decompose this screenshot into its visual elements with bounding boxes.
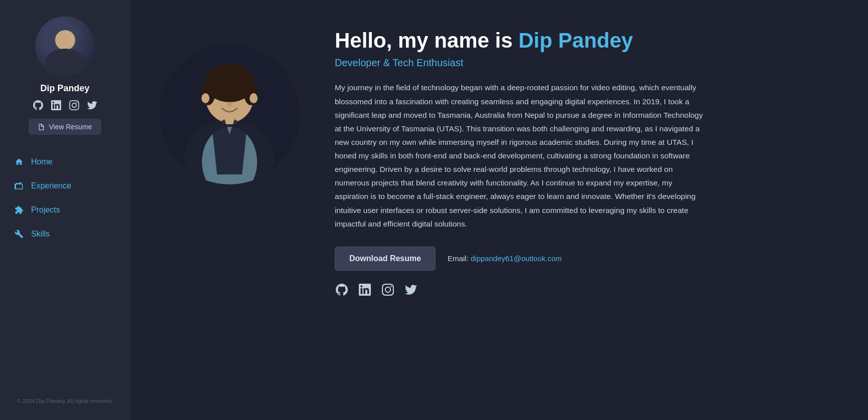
home-icon bbox=[14, 157, 24, 167]
bottom-social-icons bbox=[335, 283, 836, 297]
sidebar: Dip Pandey View bbox=[0, 0, 130, 420]
nav-experience-label: Experience bbox=[31, 181, 71, 190]
email-address[interactable]: dippandey61@outlook.com bbox=[471, 254, 562, 263]
document-icon bbox=[38, 123, 45, 131]
sidebar-user-name: Dip Pandey bbox=[40, 83, 89, 94]
sidebar-item-home[interactable]: Home bbox=[0, 150, 130, 174]
action-row: Download Resume Email: dippandey61@outlo… bbox=[335, 247, 836, 271]
instagram-icon[interactable] bbox=[69, 100, 80, 111]
hero-subtitle: Developer & Tech Enthusiast bbox=[335, 57, 836, 69]
svg-point-12 bbox=[228, 102, 232, 107]
github-icon-bottom[interactable] bbox=[335, 283, 349, 297]
svg-point-9 bbox=[250, 93, 258, 103]
sidebar-footer: © 2024 Dip Pandey. All rights reserved. bbox=[11, 392, 119, 410]
svg-point-10 bbox=[220, 95, 225, 101]
hero-greeting: Hello, my name is bbox=[335, 29, 518, 52]
sidebar-item-skills[interactable]: Skills bbox=[0, 222, 130, 246]
email-info: Email: dippandey61@outlook.com bbox=[448, 254, 562, 263]
github-icon[interactable] bbox=[33, 100, 44, 111]
nav-skills-label: Skills bbox=[31, 230, 50, 239]
svg-point-8 bbox=[201, 93, 209, 103]
hero-name-accent: Dip Pandey bbox=[518, 29, 633, 52]
instagram-icon-bottom[interactable] bbox=[381, 283, 395, 297]
footer-text: © 2024 Dip Pandey. All rights reserved. bbox=[17, 398, 113, 404]
view-resume-label: View Resume bbox=[49, 123, 92, 131]
wrench-icon bbox=[14, 229, 24, 239]
svg-point-11 bbox=[235, 95, 240, 101]
sidebar-item-experience[interactable]: Experience bbox=[0, 174, 130, 198]
sidebar-nav: Home Experience Projects Skills bbox=[0, 150, 130, 246]
profile-image bbox=[159, 44, 300, 184]
briefcase-icon bbox=[14, 181, 24, 191]
nav-projects-label: Projects bbox=[31, 205, 60, 215]
twitter-icon-bottom[interactable] bbox=[404, 283, 418, 297]
email-label: Email: bbox=[448, 254, 469, 263]
sidebar-item-projects[interactable]: Projects bbox=[0, 198, 130, 222]
view-resume-button[interactable]: View Resume bbox=[29, 119, 101, 135]
main-content: Hello, my name is Dip Pandey Developer &… bbox=[130, 0, 868, 420]
sidebar-social-icons bbox=[33, 100, 98, 111]
content-right: Hello, my name is Dip Pandey Developer &… bbox=[335, 24, 836, 297]
bio-text: My journey in the field of technology be… bbox=[335, 81, 706, 230]
linkedin-icon-bottom[interactable] bbox=[358, 283, 372, 297]
twitter-icon[interactable] bbox=[87, 100, 98, 111]
download-resume-button[interactable]: Download Resume bbox=[335, 247, 436, 271]
profile-image-area bbox=[154, 24, 305, 184]
person-illustration bbox=[159, 44, 300, 184]
avatar bbox=[35, 16, 95, 76]
nav-home-label: Home bbox=[31, 157, 53, 166]
linkedin-icon[interactable] bbox=[51, 100, 62, 111]
hero-title: Hello, my name is Dip Pandey bbox=[335, 28, 836, 53]
puzzle-icon bbox=[14, 205, 24, 215]
